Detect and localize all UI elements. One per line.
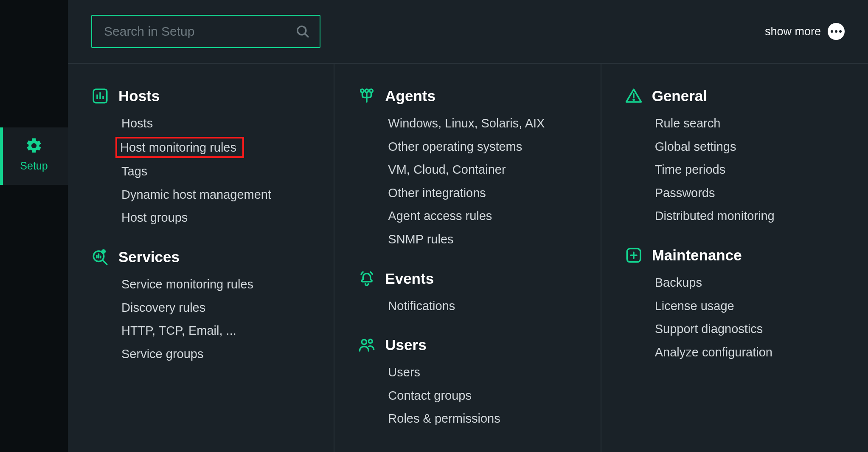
link-host-monitoring-rules[interactable]: Host monitoring rules (115, 137, 244, 158)
link-service-groups[interactable]: Service groups (118, 345, 206, 363)
section-header-users[interactable]: Users (358, 336, 577, 354)
plus-square-icon (625, 246, 643, 264)
network-branch-icon (358, 87, 376, 105)
link-agent-access-rules[interactable]: Agent access rules (385, 207, 495, 225)
column-3: General Rule search Global settings Time… (601, 64, 868, 452)
search-input[interactable] (91, 15, 320, 48)
warning-triangle-icon (625, 87, 643, 105)
link-rule-search[interactable]: Rule search (652, 114, 724, 133)
section-title: Events (385, 270, 434, 287)
link-discovery-rules[interactable]: Discovery rules (118, 299, 208, 317)
link-snmp-rules[interactable]: SNMP rules (385, 230, 456, 249)
link-vm-cloud-container[interactable]: VM, Cloud, Container (385, 161, 508, 179)
section-maintenance: Maintenance Backups License usage Suppor… (625, 246, 845, 361)
svg-point-18 (362, 340, 367, 345)
section-header-events[interactable]: Events (358, 270, 577, 288)
link-service-monitoring-rules[interactable]: Service monitoring rules (118, 275, 256, 294)
main-panel: show more Hosts (68, 0, 868, 452)
section-agents: Agents Windows, Linux, Solaris, AIX Othe… (358, 87, 577, 249)
section-header-hosts[interactable]: Hosts (91, 87, 310, 105)
section-title: Hosts (118, 88, 160, 105)
section-title: Maintenance (652, 247, 742, 264)
link-tags[interactable]: Tags (118, 162, 150, 181)
search-icon[interactable] (295, 24, 310, 39)
column-1: Hosts Hosts Host monitoring rules Tags D… (68, 64, 334, 452)
section-events: Events Notifications (358, 270, 577, 315)
nav-rail-setup[interactable]: Setup (0, 127, 68, 185)
bar-chart-icon (91, 87, 109, 105)
header: show more (68, 0, 868, 64)
show-more-button[interactable]: show more (765, 23, 845, 40)
link-global-settings[interactable]: Global settings (652, 138, 739, 156)
svg-point-19 (369, 339, 373, 343)
link-license-usage[interactable]: License usage (652, 297, 737, 315)
section-header-agents[interactable]: Agents (358, 87, 577, 105)
column-2: Agents Windows, Linux, Solaris, AIX Othe… (334, 64, 601, 452)
section-header-maintenance[interactable]: Maintenance (625, 246, 845, 264)
link-roles-permissions[interactable]: Roles & permissions (385, 410, 503, 428)
link-other-operating-systems[interactable]: Other operating systems (385, 138, 525, 156)
section-header-services[interactable]: Services (91, 248, 310, 266)
section-title: Users (385, 336, 426, 353)
section-general: General Rule search Global settings Time… (625, 87, 845, 225)
link-contact-groups[interactable]: Contact groups (385, 387, 475, 405)
gear-icon (25, 137, 43, 155)
setup-columns: Hosts Hosts Host monitoring rules Tags D… (68, 64, 868, 452)
link-hosts[interactable]: Hosts (118, 114, 156, 133)
search-wrap (91, 15, 320, 48)
link-windows-linux-solaris-aix[interactable]: Windows, Linux, Solaris, AIX (385, 114, 548, 133)
link-dynamic-host-management[interactable]: Dynamic host management (118, 186, 274, 204)
nav-rail-setup-label: Setup (20, 160, 48, 172)
link-host-groups[interactable]: Host groups (118, 209, 191, 227)
link-analyze-configuration[interactable]: Analyze configuration (652, 343, 775, 362)
users-icon (358, 336, 376, 354)
nav-rail: Setup (0, 0, 68, 452)
link-other-integrations[interactable]: Other integrations (385, 184, 489, 202)
link-time-periods[interactable]: Time periods (652, 161, 729, 179)
section-header-general[interactable]: General (625, 87, 845, 105)
link-users[interactable]: Users (385, 363, 423, 381)
section-title: Services (118, 249, 180, 266)
link-backups[interactable]: Backups (652, 274, 705, 292)
bell-icon (358, 270, 376, 288)
section-title: Agents (385, 88, 435, 105)
show-more-label: show more (765, 25, 821, 38)
magnify-chart-icon (91, 248, 109, 266)
ellipsis-icon (828, 23, 845, 40)
svg-point-21 (633, 99, 634, 100)
link-distributed-monitoring[interactable]: Distributed monitoring (652, 207, 778, 225)
link-passwords[interactable]: Passwords (652, 184, 718, 202)
section-title: General (652, 88, 707, 105)
svg-line-1 (305, 34, 308, 37)
section-hosts: Hosts Hosts Host monitoring rules Tags D… (91, 87, 310, 227)
link-http-tcp-email[interactable]: HTTP, TCP, Email, ... (118, 322, 239, 340)
svg-line-7 (103, 260, 107, 265)
section-users: Users Users Contact groups Roles & permi… (358, 336, 577, 428)
section-services: Services Service monitoring rules Discov… (91, 248, 310, 363)
link-notifications[interactable]: Notifications (385, 297, 458, 315)
link-support-diagnostics[interactable]: Support diagnostics (652, 320, 766, 338)
